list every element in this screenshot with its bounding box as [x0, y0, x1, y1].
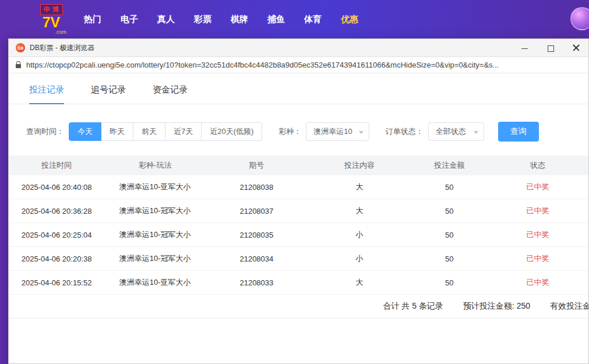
table-row[interactable]: 2025-04-06 20:36:28 澳洲幸运10-冠军大小 21208037…	[9, 199, 588, 223]
nav-item-live[interactable]: 真人	[157, 14, 175, 25]
time-filter-label: 查询时间：	[26, 126, 64, 137]
summary-bar: 合计 共 5 条记录 预计投注金额: 250 有效投注金额	[9, 295, 588, 319]
url-text[interactable]: https://ctopcp02pcali.uengi5e.com/lotter…	[26, 61, 499, 69]
summary-expected-amount: 预计投注金额: 250	[463, 301, 530, 312]
logo-suffix-text: .com	[55, 30, 66, 35]
time-option-20days[interactable]: 近20天(低频)	[201, 122, 262, 141]
nav-item-promo[interactable]: 优惠	[341, 14, 358, 25]
lottery-play-cell: 澳洲幸运10-亚军大小	[104, 182, 206, 192]
bet-time-cell: 2025-04-06 20:15:52	[9, 278, 104, 287]
bet-records-table: 投注时间 彩种-玩法 期号 投注内容 投注金额 状态 2025-04-06 20…	[9, 156, 588, 295]
nav-item-sports[interactable]: 体育	[304, 14, 322, 25]
site-top-bar: 申博 7V .com 热门 电子 真人 彩票 棋牌 捕鱼 体育 优惠	[0, 0, 589, 38]
table-row[interactable]: 2025-04-06 20:25:04 澳洲幸运10-冠军大小 21208035…	[9, 223, 588, 247]
logo-top-text: 申博	[40, 4, 63, 15]
time-filter-group: 今天 昨天 前天 近7天 近20天(低频)	[69, 122, 262, 141]
nav-item-slots[interactable]: 电子	[121, 14, 138, 25]
nav-item-lottery[interactable]: 彩票	[194, 14, 211, 25]
bet-time-cell: 2025-04-06 20:36:28	[9, 207, 104, 215]
bet-time-cell: 2025-04-06 20:25:04	[9, 231, 104, 239]
table-row[interactable]: 2025-04-06 20:15:52 澳洲幸运10-亚军大小 21208033…	[9, 271, 588, 295]
bet-time-cell: 2025-04-06 20:40:08	[9, 183, 104, 192]
summary-total-count: 合计 共 5 条记录	[383, 301, 443, 312]
order-status-select[interactable]: 全部状态	[428, 122, 484, 141]
issue-cell: 21208034	[206, 255, 307, 263]
order-status-value: 全部状态	[436, 126, 466, 137]
lock-icon	[16, 64, 21, 68]
lottery-play-cell: 澳洲幸运10-冠军大小	[104, 229, 206, 240]
table-row[interactable]: 2025-04-06 20:20:38 澳洲幸运10-冠军大小 21208034…	[9, 247, 588, 271]
chevron-down-icon	[359, 131, 364, 134]
bet-amount-cell: 50	[412, 231, 487, 239]
lottery-play-cell: 澳洲幸运10-冠军大小	[104, 206, 206, 216]
window-bottom-space	[9, 319, 588, 363]
issue-cell: 21208035	[206, 231, 307, 239]
lottery-select-label: 彩种：	[278, 126, 301, 137]
status-badge: 已中奖	[487, 182, 588, 192]
col-header-bet-content: 投注内容	[307, 160, 411, 171]
site-logo[interactable]: 申博 7V .com	[36, 4, 66, 35]
tab-bet-records[interactable]: 投注记录	[29, 84, 64, 104]
bet-amount-cell: 50	[412, 183, 487, 192]
time-option-7days[interactable]: 近7天	[165, 122, 202, 141]
order-status-label: 订单状态：	[386, 126, 424, 137]
lottery-select-value: 澳洲幸运10	[313, 126, 352, 137]
status-badge: 已中奖	[487, 253, 588, 264]
col-header-lottery-play: 彩种-玩法	[104, 160, 206, 171]
window-controls	[521, 44, 580, 52]
lottery-play-cell: 澳洲幸运10-亚军大小	[104, 277, 206, 288]
user-avatar[interactable]	[570, 7, 589, 30]
bet-content-cell: 大	[307, 182, 411, 192]
bet-content-cell: 大	[307, 277, 411, 288]
bet-amount-cell: 50	[412, 255, 487, 263]
issue-cell: 21208038	[206, 183, 307, 192]
site-nav: 热门 电子 真人 彩票 棋牌 捕鱼 体育 优惠	[84, 14, 358, 25]
status-badge: 已中奖	[487, 229, 588, 240]
summary-valid-amount: 有效投注金额	[550, 301, 588, 312]
close-icon[interactable]	[572, 44, 580, 52]
browser-window: D8 DB彩票 - 极速浏览器 https://ctopcp02pcali.ue…	[8, 38, 589, 364]
minimize-icon[interactable]	[521, 44, 529, 52]
col-header-bet-amount: 投注金额	[412, 160, 487, 171]
issue-cell: 21208033	[206, 278, 307, 287]
tab-chase-records[interactable]: 追号记录	[91, 84, 126, 104]
time-option-daybefore[interactable]: 前天	[133, 122, 165, 141]
tab-fund-records[interactable]: 资金记录	[153, 84, 188, 104]
nav-item-cards[interactable]: 棋牌	[231, 14, 248, 25]
record-tabs: 投注记录 追号记录 资金记录	[9, 73, 588, 104]
lottery-play-cell: 澳洲幸运10-冠军大小	[104, 253, 206, 264]
lottery-select[interactable]: 澳洲幸运10	[306, 122, 369, 141]
url-bar[interactable]: https://ctopcp02pcali.uengi5e.com/lotter…	[9, 57, 588, 73]
col-header-issue: 期号	[206, 160, 307, 171]
nav-item-hot[interactable]: 热门	[84, 14, 101, 25]
bet-content-cell: 大	[307, 206, 411, 216]
search-button[interactable]: 查询	[498, 122, 539, 142]
table-row[interactable]: 2025-04-06 20:40:08 澳洲幸运10-亚军大小 21208038…	[9, 175, 588, 199]
bet-time-cell: 2025-04-06 20:20:38	[9, 255, 104, 263]
summary-content: 合计 共 5 条记录 预计投注金额: 250 有效投注金额	[9, 295, 588, 318]
table-header-row: 投注时间 彩种-玩法 期号 投注内容 投注金额 状态	[9, 156, 588, 175]
logo-main-text: 7V	[43, 15, 61, 30]
nav-item-fishing[interactable]: 捕鱼	[267, 14, 285, 25]
chevron-down-icon	[474, 131, 478, 134]
window-title: DB彩票 - 极速浏览器	[30, 43, 94, 53]
bet-amount-cell: 50	[412, 207, 487, 215]
window-title-bar[interactable]: D8 DB彩票 - 极速浏览器	[9, 39, 588, 57]
status-badge: 已中奖	[487, 206, 588, 216]
col-header-bet-time: 投注时间	[9, 160, 104, 171]
bet-content-cell: 小	[307, 229, 411, 240]
filter-bar: 查询时间： 今天 昨天 前天 近7天 近20天(低频) 彩种： 澳洲幸运10 订…	[26, 122, 588, 142]
maximize-icon[interactable]	[546, 44, 555, 52]
status-badge: 已中奖	[487, 277, 588, 288]
issue-cell: 21208037	[206, 207, 307, 215]
bet-amount-cell: 50	[412, 278, 487, 287]
table-body: 2025-04-06 20:40:08 澳洲幸运10-亚军大小 21208038…	[9, 175, 588, 295]
time-option-yesterday[interactable]: 昨天	[101, 122, 133, 141]
col-header-status: 状态	[487, 160, 588, 171]
time-option-today[interactable]: 今天	[69, 122, 101, 141]
window-app-icon: D8	[16, 43, 25, 52]
bet-content-cell: 小	[307, 253, 411, 264]
